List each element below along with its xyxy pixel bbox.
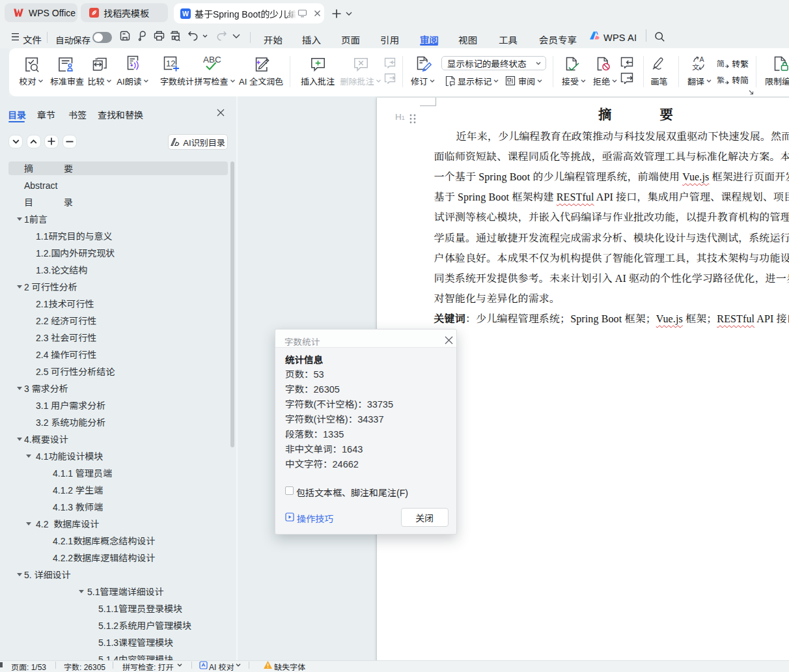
svg-text:A: A [700,56,704,63]
svg-text:文: 文 [692,61,699,70]
svg-text:繁: 繁 [717,76,725,85]
svg-text:简: 简 [717,59,725,68]
svg-text:12: 12 [166,59,175,68]
svg-text:W: W [182,10,189,18]
svg-text:ABC: ABC [203,55,221,64]
